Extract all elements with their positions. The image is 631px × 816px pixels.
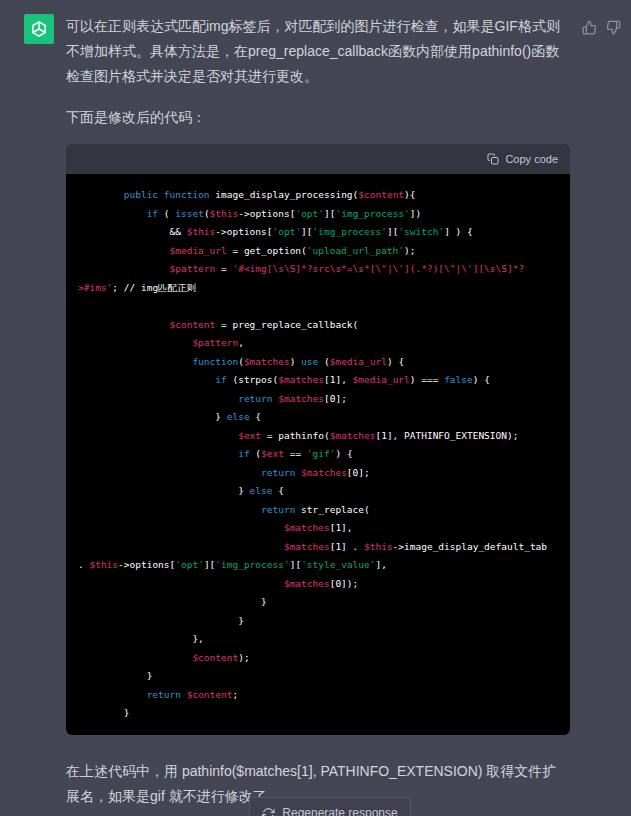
code-line: } [78,667,558,686]
code-line: return str_replace( [78,501,558,520]
code-line: $matches[1] . $this->image_display_defau… [78,538,558,575]
thumbs-down-button[interactable] [606,20,621,35]
code-line: } [78,593,558,612]
code-block-header: Copy code [66,144,570,174]
message-paragraph-1: 可以在正则表达式匹配img标签后，对匹配到的图片进行检查，如果是GIF格式则不增… [66,14,570,89]
code-line: return $content; [78,686,558,705]
clipboard-icon [487,153,499,165]
code-line: } [78,612,558,631]
message-paragraph-2: 下面是修改后的代码： [66,105,570,130]
code-content: public function image_display_processing… [66,174,570,735]
code-line: if ( isset($this->options['opt']['img_pr… [78,205,558,224]
code-line: function($matches) use ($media_url) { [78,353,558,372]
copy-code-button[interactable]: Copy code [487,153,558,165]
chatgpt-avatar [24,14,54,44]
code-line [78,297,558,316]
code-line: return $matches[0]; [78,464,558,483]
code-line: $pattern, [78,334,558,353]
openai-logo-icon [29,19,49,39]
code-line: } [78,704,558,723]
code-line: } else { [78,408,558,427]
code-line: $pattern = '#<img[\s\S]*?src\s*=\s*[\"|\… [78,260,558,297]
copy-code-label: Copy code [505,153,558,165]
code-line: $matches[0]); [78,575,558,594]
code-line: $content = preg_replace_callback( [78,316,558,335]
code-line: if ($ext == 'gif') { [78,445,558,464]
assistant-message: 可以在正则表达式匹配img标签后，对匹配到的图片进行检查，如果是GIF格式则不增… [0,0,631,816]
code-line: $media_url = get_option('upload_url_path… [78,242,558,261]
code-line: public function image_display_processing… [78,186,558,205]
thumbs-up-button[interactable] [582,20,597,35]
message-content: 可以在正则表达式匹配img标签后，对匹配到的图片进行检查，如果是GIF格式则不增… [66,14,570,809]
code-line: && $this->options['opt']['img_process'][… [78,223,558,242]
thumbs-down-icon [606,20,621,35]
code-line: $ext = pathinfo($matches[1], PATHINFO_EX… [78,427,558,446]
code-line: if (strpos($matches[1], $media_url) === … [78,371,558,390]
feedback-buttons [582,20,625,35]
code-line: return $matches[0]; [78,390,558,409]
code-line: $matches[1], [78,519,558,538]
code-line: $content); [78,649,558,668]
code-block: Copy code public function image_display_… [66,144,570,735]
regenerate-label: Regenerate response [282,806,397,816]
regenerate-button[interactable]: Regenerate response [248,797,410,816]
thumbs-up-icon [582,20,597,35]
regenerate-icon [261,807,274,816]
code-line: } else { [78,482,558,501]
code-line: }, [78,630,558,649]
